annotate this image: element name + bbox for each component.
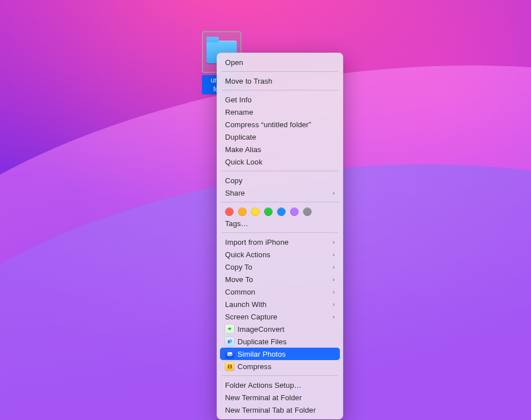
menu-screen-capture[interactable]: Screen Capture › (217, 310, 343, 323)
context-menu: Open Move to Trash Get Info Rename Compr… (217, 53, 343, 419)
menu-service-compress[interactable]: Compress (217, 360, 343, 373)
menu-new-terminal-at-folder-label: New Terminal at Folder (225, 393, 335, 402)
menu-image-convert-label: ImageConvert (238, 325, 335, 334)
menu-compress-folder-label: Compress “untitled folder” (225, 120, 335, 129)
menu-common[interactable]: Common › (217, 285, 343, 298)
chevron-right-icon: › (333, 313, 335, 320)
menu-new-terminal-tab-at-folder-label: New Terminal Tab at Folder (225, 406, 335, 414)
menu-get-info[interactable]: Get Info (217, 93, 343, 106)
menu-similar-photos[interactable]: Similar Photos (220, 348, 340, 360)
image-convert-icon (225, 324, 234, 334)
menu-duplicate-files-label: Duplicate Files (238, 337, 335, 346)
chevron-right-icon: › (333, 251, 335, 258)
menu-duplicate-label: Duplicate (225, 133, 335, 141)
menu-separator (222, 71, 338, 72)
menu-common-label: Common (225, 288, 328, 296)
menu-quick-look[interactable]: Quick Look (217, 155, 343, 168)
tag-color-row (217, 205, 343, 217)
menu-move-to-trash[interactable]: Move to Trash (217, 75, 343, 87)
menu-quick-actions-label: Quick Actions (225, 250, 328, 259)
menu-make-alias[interactable]: Make Alias (217, 143, 343, 155)
menu-get-info-label: Get Info (225, 96, 335, 104)
chevron-right-icon: › (333, 189, 335, 196)
tag-blue[interactable] (277, 207, 286, 216)
menu-rename[interactable]: Rename (217, 106, 343, 118)
menu-duplicate[interactable]: Duplicate (217, 131, 343, 143)
menu-similar-photos-label: Similar Photos (238, 350, 335, 358)
menu-import-from-iphone[interactable]: Import from iPhone › (217, 236, 343, 248)
menu-rename-label: Rename (225, 108, 335, 116)
menu-screen-capture-label: Screen Capture (225, 313, 328, 321)
menu-import-from-iphone-label: Import from iPhone (225, 238, 328, 246)
menu-separator (222, 90, 338, 90)
chevron-right-icon: › (333, 239, 335, 245)
tag-yellow[interactable] (251, 207, 260, 216)
menu-copy-to-label: Copy To (225, 263, 328, 271)
menu-move-to-trash-label: Move to Trash (225, 77, 335, 85)
menu-move-to[interactable]: Move To › (217, 273, 343, 285)
chevron-right-icon: › (333, 288, 335, 295)
compress-icon (225, 362, 234, 371)
tag-orange[interactable] (238, 207, 247, 216)
menu-quick-look-label: Quick Look (225, 158, 335, 166)
menu-duplicate-files[interactable]: Duplicate Files (217, 335, 343, 348)
menu-share[interactable]: Share › (217, 187, 343, 199)
menu-tags-label: Tags… (225, 219, 335, 228)
menu-open-label: Open (225, 58, 335, 67)
menu-launch-with[interactable]: Launch With › (217, 298, 343, 310)
tag-purple[interactable] (290, 207, 299, 216)
svg-rect-1 (229, 339, 232, 343)
menu-new-terminal-tab-at-folder[interactable]: New Terminal Tab at Folder (217, 404, 343, 416)
menu-folder-actions-setup-label: Folder Actions Setup… (225, 381, 335, 389)
svg-rect-5 (229, 364, 230, 368)
menu-make-alias-label: Make Alias (225, 145, 335, 154)
chevron-right-icon: › (333, 276, 335, 283)
tag-green[interactable] (264, 207, 273, 216)
chevron-right-icon: › (333, 263, 335, 270)
menu-launch-with-label: Launch With (225, 300, 328, 309)
menu-compress-folder[interactable]: Compress “untitled folder” (217, 118, 343, 131)
menu-copy-label: Copy (225, 176, 335, 185)
menu-separator (222, 171, 338, 171)
menu-share-label: Share (225, 189, 328, 197)
menu-tags[interactable]: Tags… (217, 217, 343, 230)
menu-open[interactable]: Open (217, 56, 343, 68)
menu-separator (222, 375, 338, 376)
menu-image-convert[interactable]: ImageConvert (217, 323, 343, 335)
menu-copy[interactable]: Copy (217, 174, 343, 187)
menu-service-compress-label: Compress (238, 362, 335, 371)
duplicate-files-icon (225, 337, 234, 346)
tag-red[interactable] (225, 207, 234, 216)
menu-quick-actions[interactable]: Quick Actions › (217, 248, 343, 261)
svg-point-3 (228, 353, 229, 354)
menu-separator (222, 202, 338, 202)
menu-new-terminal-at-folder[interactable]: New Terminal at Folder (217, 391, 343, 404)
menu-copy-to[interactable]: Copy To › (217, 261, 343, 273)
menu-separator (222, 232, 338, 233)
menu-move-to-label: Move To (225, 275, 328, 284)
chevron-right-icon: › (333, 301, 335, 308)
tag-gray[interactable] (303, 207, 312, 216)
similar-photos-icon (225, 349, 234, 358)
menu-folder-actions-setup[interactable]: Folder Actions Setup… (217, 379, 343, 391)
